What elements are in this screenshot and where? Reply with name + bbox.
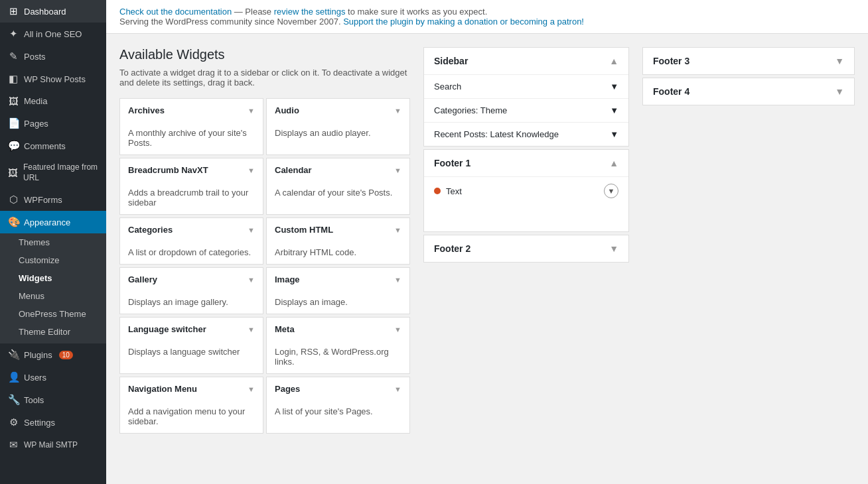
footer1-panel-header[interactable]: Footer 1 ▲ bbox=[424, 150, 628, 176]
sidebar-item-onepress-theme[interactable]: OnePress Theme bbox=[0, 305, 106, 323]
sidebar-item-pages[interactable]: 📄 Pages bbox=[0, 112, 106, 135]
widget-image[interactable]: Image ▼ Displays an image. bbox=[266, 267, 410, 314]
widget-audio-header[interactable]: Audio ▼ bbox=[267, 99, 409, 123]
widget-calendar[interactable]: Calendar ▼ A calendar of your site's Pos… bbox=[266, 158, 410, 215]
footer3-panel-header[interactable]: Footer 3 ▼ bbox=[643, 48, 854, 74]
sidebar-item-tools[interactable]: 🔧 Tools bbox=[0, 389, 106, 411]
sidebar-item-wp-mail-smtp[interactable]: ✉ WP Mail SMTP bbox=[0, 434, 106, 456]
chevron-down-icon: ▼ bbox=[835, 56, 844, 66]
widget-custom-html-header[interactable]: Custom HTML ▼ bbox=[267, 218, 409, 242]
widget-pages[interactable]: Pages ▼ A list of your site's Pages. bbox=[266, 377, 410, 434]
widget-language-switcher-header[interactable]: Language switcher ▼ bbox=[120, 318, 263, 341]
sidebar-widget-panel: Sidebar ▲ Search ▼ Categories: Theme bbox=[423, 47, 629, 147]
chevron-down-icon: ▼ bbox=[248, 226, 255, 234]
sidebar-item-widgets[interactable]: Widgets bbox=[0, 269, 106, 287]
chevron-down-icon: ▼ bbox=[610, 105, 618, 115]
sidebar-panel-body: Search ▼ Categories: Theme ▼ Recent Post… bbox=[424, 74, 628, 146]
wp-show-posts-icon: ◧ bbox=[8, 73, 19, 85]
chevron-down-icon: ▼ bbox=[394, 385, 401, 393]
sidebar-item-comments[interactable]: 💬 Comments bbox=[0, 135, 106, 157]
sidebar-item-media[interactable]: 🖼 Media bbox=[0, 90, 106, 112]
widget-archives-header[interactable]: Archives ▼ bbox=[120, 99, 263, 123]
sidebar-item-featured-image[interactable]: 🖼 Featured Image from URL bbox=[0, 157, 106, 188]
sidebar-item-users[interactable]: 👤 Users bbox=[0, 366, 106, 389]
widget-meta-header[interactable]: Meta ▼ bbox=[267, 318, 409, 341]
page-title: Available Widgets bbox=[119, 47, 410, 62]
widget-pages-desc: A list of your site's Pages. bbox=[267, 401, 409, 423]
support-link[interactable]: Support the plugin by making a donation … bbox=[343, 17, 584, 27]
sidebar-item-dashboard[interactable]: ⊞ Dashboard bbox=[0, 0, 106, 23]
sidebar-item-customize[interactable]: Customize bbox=[0, 251, 106, 269]
widget-breadcrumb-navxt[interactable]: Breadcrumb NavXT ▼ Adds a breadcrumb tra… bbox=[119, 158, 263, 215]
top-banner: Check out the documentation — Please rev… bbox=[106, 0, 868, 34]
chevron-down-icon: ▼ bbox=[248, 385, 255, 393]
footer1-panel-body: Text ▼ bbox=[424, 176, 628, 205]
sidebar-panels: Sidebar ▲ Search ▼ Categories: Theme bbox=[423, 47, 629, 471]
widget-archives[interactable]: Archives ▼ A monthly archive of your sit… bbox=[119, 98, 263, 155]
sidebar-panel-header[interactable]: Sidebar ▲ bbox=[424, 48, 628, 74]
widget-language-switcher[interactable]: Language switcher ▼ Displays a language … bbox=[119, 317, 263, 374]
footer4-panel: Footer 4 ▼ bbox=[642, 78, 855, 105]
tools-icon: 🔧 bbox=[8, 394, 19, 406]
widget-custom-html[interactable]: Custom HTML ▼ Arbitrary HTML code. bbox=[266, 217, 410, 265]
chevron-down-icon: ▼ bbox=[394, 166, 401, 174]
appearance-submenu: Themes Customize Widgets Menus OnePress … bbox=[0, 233, 106, 343]
widget-gallery[interactable]: Gallery ▼ Displays an image gallery. bbox=[119, 267, 263, 314]
sidebar-item-posts[interactable]: ✎ Posts bbox=[0, 45, 106, 68]
widget-breadcrumb-navxt-desc: Adds a breadcrumb trail to your sidebar bbox=[120, 182, 263, 214]
widget-meta[interactable]: Meta ▼ Login, RSS, & WordPress.org links… bbox=[266, 317, 410, 374]
sidebar-widget-search[interactable]: Search ▼ bbox=[424, 74, 628, 98]
available-widgets-section: Available Widgets To activate a widget d… bbox=[119, 47, 410, 471]
sidebar-item-plugins[interactable]: 🔌 Plugins 10 bbox=[0, 343, 106, 366]
pages-icon: 📄 bbox=[8, 117, 19, 129]
chevron-down-icon: ▼ bbox=[394, 276, 401, 284]
widget-gallery-header[interactable]: Gallery ▼ bbox=[120, 268, 263, 292]
wp-mail-smtp-icon: ✉ bbox=[8, 439, 19, 451]
sidebar-item-appearance[interactable]: 🎨 Appearance bbox=[0, 211, 106, 233]
chevron-down-icon: ▼ bbox=[248, 326, 255, 333]
plugins-badge: 10 bbox=[59, 351, 73, 359]
footer4-panel-header[interactable]: Footer 4 ▼ bbox=[643, 78, 854, 105]
footer2-panel: Footer 2 ▼ bbox=[423, 235, 629, 263]
widget-navigation-menu-desc: Add a navigation menu to your sidebar. bbox=[120, 401, 263, 433]
widget-archives-desc: A monthly archive of your site's Posts. bbox=[120, 123, 263, 154]
widget-categories[interactable]: Categories ▼ A list or dropdown of categ… bbox=[119, 217, 263, 265]
circle-chevron-down-icon[interactable]: ▼ bbox=[604, 184, 618, 198]
documentation-link[interactable]: Check out the documentation bbox=[119, 7, 232, 17]
widget-navigation-menu[interactable]: Navigation Menu ▼ Add a navigation menu … bbox=[119, 377, 263, 434]
widget-image-header[interactable]: Image ▼ bbox=[267, 268, 409, 292]
chevron-down-icon: ▼ bbox=[394, 107, 401, 115]
widget-audio[interactable]: Audio ▼ Displays an audio player. bbox=[266, 98, 410, 155]
footer1-widget-text[interactable]: Text ▼ bbox=[424, 176, 628, 205]
plugins-icon: 🔌 bbox=[8, 349, 19, 361]
chevron-down-icon: ▼ bbox=[248, 107, 255, 115]
widget-custom-html-desc: Arbitrary HTML code. bbox=[267, 242, 409, 264]
page-description: To activate a widget drag it to a sideba… bbox=[119, 68, 410, 88]
sidebar-item-themes[interactable]: Themes bbox=[0, 233, 106, 251]
sidebar-item-all-in-one-seo[interactable]: ✦ All in One SEO bbox=[0, 23, 106, 45]
posts-icon: ✎ bbox=[8, 50, 19, 62]
widget-meta-desc: Login, RSS, & WordPress.org links. bbox=[267, 341, 409, 373]
chevron-down-icon: ▼ bbox=[835, 86, 844, 97]
sidebar-item-wpforms[interactable]: ⬡ WPForms bbox=[0, 188, 106, 211]
sidebar-item-menus[interactable]: Menus bbox=[0, 287, 106, 305]
widget-pages-header[interactable]: Pages ▼ bbox=[267, 377, 409, 401]
widget-calendar-header[interactable]: Calendar ▼ bbox=[267, 158, 409, 182]
sidebar-widget-recent-posts[interactable]: Recent Posts: Latest Knowledge ▼ bbox=[424, 122, 628, 146]
sidebar-item-wp-show-posts[interactable]: ◧ WP Show Posts bbox=[0, 68, 106, 90]
widget-breadcrumb-navxt-header[interactable]: Breadcrumb NavXT ▼ bbox=[120, 158, 263, 182]
dashboard-icon: ⊞ bbox=[8, 5, 19, 17]
seo-icon: ✦ bbox=[8, 28, 19, 40]
wpforms-icon: ⬡ bbox=[8, 194, 19, 206]
settings-link[interactable]: review the settings bbox=[274, 7, 346, 17]
settings-icon: ⚙ bbox=[8, 416, 19, 428]
footer2-panel-header[interactable]: Footer 2 ▼ bbox=[424, 235, 628, 262]
sidebar-item-settings[interactable]: ⚙ Settings bbox=[0, 411, 106, 434]
footer3-panel: Footer 3 ▼ bbox=[642, 47, 855, 75]
sidebar-item-theme-editor[interactable]: Theme Editor bbox=[0, 323, 106, 341]
text-widget-dot bbox=[434, 188, 441, 194]
widget-navigation-menu-header[interactable]: Navigation Menu ▼ bbox=[120, 377, 263, 401]
sidebar-widget-categories[interactable]: Categories: Theme ▼ bbox=[424, 98, 628, 122]
users-icon: 👤 bbox=[8, 371, 19, 383]
widget-categories-header[interactable]: Categories ▼ bbox=[120, 218, 263, 242]
